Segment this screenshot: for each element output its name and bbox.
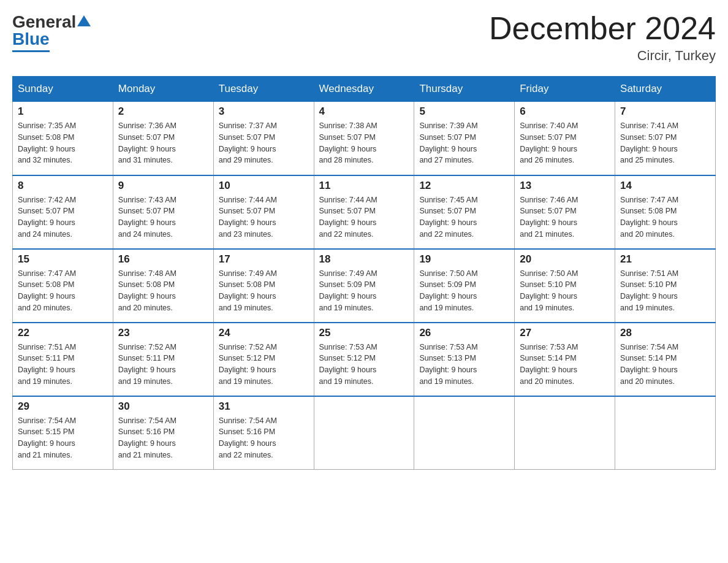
day-info: Sunrise: 7:42 AMSunset: 5:07 PMDaylight:… <box>18 194 108 240</box>
calendar-cell: 15Sunrise: 7:47 AMSunset: 5:08 PMDayligh… <box>13 249 113 323</box>
calendar-cell: 26Sunrise: 7:53 AMSunset: 5:13 PMDayligh… <box>414 323 515 396</box>
calendar-cell: 13Sunrise: 7:46 AMSunset: 5:07 PMDayligh… <box>515 175 615 249</box>
calendar-week-row: 29Sunrise: 7:54 AMSunset: 5:15 PMDayligh… <box>13 396 716 470</box>
calendar-cell: 31Sunrise: 7:54 AMSunset: 5:16 PMDayligh… <box>213 396 314 470</box>
day-info: Sunrise: 7:49 AMSunset: 5:08 PMDaylight:… <box>219 268 309 314</box>
day-info: Sunrise: 7:49 AMSunset: 5:09 PMDaylight:… <box>319 268 409 314</box>
day-number: 11 <box>319 180 409 192</box>
day-info: Sunrise: 7:52 AMSunset: 5:12 PMDaylight:… <box>219 342 309 388</box>
calendar-week-row: 1Sunrise: 7:35 AMSunset: 5:08 PMDaylight… <box>13 102 716 175</box>
calendar-cell: 30Sunrise: 7:54 AMSunset: 5:16 PMDayligh… <box>113 396 213 470</box>
day-info: Sunrise: 7:51 AMSunset: 5:10 PMDaylight:… <box>620 268 710 314</box>
calendar-cell: 19Sunrise: 7:50 AMSunset: 5:09 PMDayligh… <box>414 249 515 323</box>
day-number: 25 <box>319 327 409 339</box>
calendar-cell: 7Sunrise: 7:41 AMSunset: 5:07 PMDaylight… <box>615 102 716 175</box>
day-number: 24 <box>219 327 309 339</box>
day-info: Sunrise: 7:51 AMSunset: 5:11 PMDaylight:… <box>18 342 108 388</box>
day-header-tuesday: Tuesday <box>213 77 314 102</box>
calendar-cell: 21Sunrise: 7:51 AMSunset: 5:10 PMDayligh… <box>615 249 716 323</box>
calendar-cell: 28Sunrise: 7:54 AMSunset: 5:14 PMDayligh… <box>615 323 716 396</box>
calendar-cell: 22Sunrise: 7:51 AMSunset: 5:11 PMDayligh… <box>13 323 113 396</box>
day-number: 18 <box>319 253 409 266</box>
day-number: 14 <box>620 180 710 192</box>
calendar-cell: 10Sunrise: 7:44 AMSunset: 5:07 PMDayligh… <box>213 175 314 249</box>
day-number: 16 <box>118 253 208 266</box>
day-info: Sunrise: 7:47 AMSunset: 5:08 PMDaylight:… <box>18 268 108 314</box>
day-number: 22 <box>18 327 108 339</box>
day-number: 7 <box>620 105 710 118</box>
day-number: 6 <box>520 105 610 118</box>
svg-marker-0 <box>77 15 91 26</box>
day-number: 30 <box>118 400 208 413</box>
day-number: 4 <box>319 105 409 118</box>
title-section: December 2024 Circir, Turkey <box>489 12 716 64</box>
calendar-cell: 23Sunrise: 7:52 AMSunset: 5:11 PMDayligh… <box>113 323 213 396</box>
calendar-cell: 20Sunrise: 7:50 AMSunset: 5:10 PMDayligh… <box>515 249 615 323</box>
day-number: 10 <box>219 180 309 192</box>
day-number: 2 <box>118 105 208 118</box>
calendar-table: SundayMondayTuesdayWednesdayThursdayFrid… <box>12 76 716 470</box>
location: Circir, Turkey <box>489 48 716 64</box>
day-info: Sunrise: 7:47 AMSunset: 5:08 PMDaylight:… <box>620 194 710 240</box>
day-info: Sunrise: 7:54 AMSunset: 5:16 PMDaylight:… <box>219 415 309 461</box>
calendar-cell: 27Sunrise: 7:53 AMSunset: 5:14 PMDayligh… <box>515 323 615 396</box>
day-info: Sunrise: 7:35 AMSunset: 5:08 PMDaylight:… <box>18 120 108 166</box>
day-info: Sunrise: 7:43 AMSunset: 5:07 PMDaylight:… <box>118 194 208 240</box>
day-info: Sunrise: 7:50 AMSunset: 5:09 PMDaylight:… <box>419 268 509 314</box>
day-info: Sunrise: 7:44 AMSunset: 5:07 PMDaylight:… <box>219 194 309 240</box>
day-number: 8 <box>18 180 108 192</box>
day-number: 12 <box>419 180 509 192</box>
day-info: Sunrise: 7:50 AMSunset: 5:10 PMDaylight:… <box>520 268 610 314</box>
day-number: 29 <box>18 400 108 413</box>
day-info: Sunrise: 7:48 AMSunset: 5:08 PMDaylight:… <box>118 268 208 314</box>
calendar-cell: 29Sunrise: 7:54 AMSunset: 5:15 PMDayligh… <box>13 396 113 470</box>
calendar-cell: 5Sunrise: 7:39 AMSunset: 5:07 PMDaylight… <box>414 102 515 175</box>
day-info: Sunrise: 7:39 AMSunset: 5:07 PMDaylight:… <box>419 120 509 166</box>
logo-triangle-icon <box>77 14 91 28</box>
day-number: 19 <box>419 253 509 266</box>
day-header-sunday: Sunday <box>13 77 113 102</box>
calendar-cell: 12Sunrise: 7:45 AMSunset: 5:07 PMDayligh… <box>414 175 515 249</box>
day-number: 20 <box>520 253 610 266</box>
calendar-cell <box>314 396 414 470</box>
day-info: Sunrise: 7:53 AMSunset: 5:12 PMDaylight:… <box>319 342 409 388</box>
month-title: December 2024 <box>489 12 716 44</box>
day-header-wednesday: Wednesday <box>314 77 414 102</box>
day-number: 13 <box>520 180 610 192</box>
logo-blue-text: Blue <box>12 29 50 52</box>
calendar-cell: 16Sunrise: 7:48 AMSunset: 5:08 PMDayligh… <box>113 249 213 323</box>
day-number: 15 <box>18 253 108 266</box>
calendar-cell: 3Sunrise: 7:37 AMSunset: 5:07 PMDaylight… <box>213 102 314 175</box>
day-number: 1 <box>18 105 108 118</box>
day-info: Sunrise: 7:53 AMSunset: 5:13 PMDaylight:… <box>419 342 509 388</box>
calendar-cell: 1Sunrise: 7:35 AMSunset: 5:08 PMDaylight… <box>13 102 113 175</box>
calendar-cell: 25Sunrise: 7:53 AMSunset: 5:12 PMDayligh… <box>314 323 414 396</box>
day-number: 17 <box>219 253 309 266</box>
day-header-thursday: Thursday <box>414 77 515 102</box>
calendar-week-row: 22Sunrise: 7:51 AMSunset: 5:11 PMDayligh… <box>13 323 716 396</box>
day-header-saturday: Saturday <box>615 77 716 102</box>
calendar-cell: 4Sunrise: 7:38 AMSunset: 5:07 PMDaylight… <box>314 102 414 175</box>
day-info: Sunrise: 7:41 AMSunset: 5:07 PMDaylight:… <box>620 120 710 166</box>
page-header: General Blue December 2024 Circir, Turke… <box>12 12 716 64</box>
calendar-header-row: SundayMondayTuesdayWednesdayThursdayFrid… <box>13 77 716 102</box>
calendar-cell: 9Sunrise: 7:43 AMSunset: 5:07 PMDaylight… <box>113 175 213 249</box>
day-number: 9 <box>118 180 208 192</box>
day-info: Sunrise: 7:36 AMSunset: 5:07 PMDaylight:… <box>118 120 208 166</box>
day-info: Sunrise: 7:54 AMSunset: 5:15 PMDaylight:… <box>18 415 108 461</box>
calendar-cell: 18Sunrise: 7:49 AMSunset: 5:09 PMDayligh… <box>314 249 414 323</box>
day-info: Sunrise: 7:54 AMSunset: 5:16 PMDaylight:… <box>118 415 208 461</box>
day-number: 21 <box>620 253 710 266</box>
day-info: Sunrise: 7:54 AMSunset: 5:14 PMDaylight:… <box>620 342 710 388</box>
day-number: 3 <box>219 105 309 118</box>
logo: General Blue <box>12 12 91 52</box>
day-number: 26 <box>419 327 509 339</box>
day-header-monday: Monday <box>113 77 213 102</box>
day-info: Sunrise: 7:37 AMSunset: 5:07 PMDaylight:… <box>219 120 309 166</box>
calendar-week-row: 15Sunrise: 7:47 AMSunset: 5:08 PMDayligh… <box>13 249 716 323</box>
day-info: Sunrise: 7:38 AMSunset: 5:07 PMDaylight:… <box>319 120 409 166</box>
calendar-cell: 2Sunrise: 7:36 AMSunset: 5:07 PMDaylight… <box>113 102 213 175</box>
day-info: Sunrise: 7:46 AMSunset: 5:07 PMDaylight:… <box>520 194 610 240</box>
day-info: Sunrise: 7:53 AMSunset: 5:14 PMDaylight:… <box>520 342 610 388</box>
day-number: 5 <box>419 105 509 118</box>
